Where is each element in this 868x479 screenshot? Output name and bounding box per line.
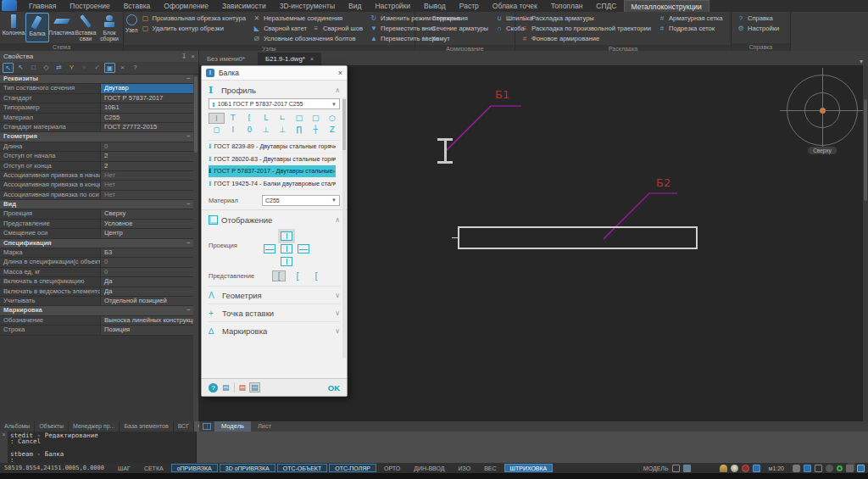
status-toggle[interactable]: ДИН-ВВОД	[408, 464, 450, 472]
ribbon-small-button[interactable]: ⚙Настройки	[737, 24, 779, 33]
status-toggle[interactable]: оПРИВЯЗКА	[171, 464, 218, 472]
ribbon-small-button[interactable]: ≡Сварной шов	[312, 24, 363, 33]
ribbon-small-button[interactable]: ✕Неразъемные соединения	[253, 14, 363, 23]
close-icon[interactable]: ×	[191, 53, 195, 60]
fullscreen-icon[interactable]	[857, 465, 865, 472]
ribbon-tab[interactable]: Построение	[63, 0, 116, 12]
property-row[interactable]: Реквизиты −	[0, 75, 193, 84]
ribbon-tab[interactable]: Вид	[342, 0, 368, 12]
tab-close-icon[interactable]: ×	[310, 55, 314, 63]
property-row[interactable]: Отступ от конца 2	[0, 162, 193, 171]
property-row[interactable]: Стандарт ГОСТ Р 57837-2017	[0, 94, 193, 103]
profile-shape-button[interactable]: T	[225, 113, 242, 124]
representation-full-icon[interactable]: [	[273, 271, 285, 281]
clear-selection-icon[interactable]: ×	[117, 63, 128, 73]
document-tab[interactable]: Без имени0*	[199, 53, 258, 65]
layout-grid-icon[interactable]	[203, 423, 211, 430]
representation-simplified-icon[interactable]: [	[292, 271, 303, 281]
ribbon-small-button[interactable]: ▢Удалить контур обрезки	[142, 24, 246, 33]
node-button[interactable]: Узел	[125, 13, 138, 44]
help-icon[interactable]: ?	[209, 383, 218, 393]
profile-combobox[interactable]: I 10Б1 ГОСТ Р 57837-2017 С255 ▼	[209, 98, 340, 109]
property-row[interactable]: Стандарт материала ГОСТ 27772-2015	[0, 123, 193, 132]
profile-shape-button[interactable]: ∏	[292, 125, 308, 136]
panel-tab[interactable]: База элементов	[120, 421, 173, 432]
chevron-up-icon[interactable]: ∧	[335, 216, 340, 224]
panel-tab[interactable]: Объекты	[35, 421, 69, 432]
ribbon-small-button[interactable]: ▢Произвольная обрезка контура	[142, 14, 246, 23]
ribbon-small-button[interactable]: ◣Сварной катет	[253, 24, 307, 33]
property-row[interactable]: Геометрия −	[0, 132, 193, 142]
panel-tab[interactable]: Альбомы	[0, 421, 35, 432]
projection-side-icon[interactable]	[281, 244, 292, 253]
document-tab[interactable]: Б21.9-1.dwg*×	[258, 53, 321, 65]
profile-shape-button[interactable]: ◻	[209, 125, 225, 136]
status-toggle[interactable]: ОТС-ОБЪЕКТ	[277, 464, 327, 472]
property-row[interactable]: Включать в ведомость элементов Да	[0, 287, 193, 297]
navigate-icon[interactable]	[826, 465, 833, 472]
expand-arrow-icon[interactable]: ▸	[334, 143, 336, 150]
ribbon-small-button[interactable]: ≡Раскладка арматуры	[520, 14, 651, 23]
pin-icon[interactable]: ↧	[181, 53, 187, 60]
ok-button[interactable]: OK	[328, 383, 340, 393]
property-row[interactable]: Учитывать Отдельной позицией	[0, 297, 193, 306]
annotation-scale-icon[interactable]	[720, 465, 727, 472]
command-window-titlebar[interactable]: ×	[0, 432, 8, 463]
ribbon-tab[interactable]: Топоплан	[544, 0, 590, 12]
property-row[interactable]: Спецификация −	[0, 239, 193, 248]
projection-front-icon[interactable]	[264, 244, 275, 253]
property-row[interactable]: Строка Позиция	[0, 326, 193, 335]
property-row[interactable]: Марка Б3	[0, 248, 193, 258]
beam-b1-section[interactable]	[437, 138, 453, 164]
screens-icon[interactable]	[846, 465, 854, 472]
ribbon-small-button[interactable]: ØУсловные обозначения болтов	[253, 34, 363, 43]
property-row[interactable]: Тип составного сечения Двутавр	[0, 84, 193, 93]
status-toggle[interactable]: ИЗО	[453, 464, 477, 472]
dialog-scrollbar[interactable]	[342, 97, 346, 358]
chevron-down-icon[interactable]: ∨	[335, 292, 340, 299]
ribbon-big-button[interactable]: Блок сборки	[97, 13, 121, 42]
notes-icon[interactable]: ▤	[222, 383, 230, 392]
pan-icon[interactable]	[793, 465, 800, 472]
compass-view-badge[interactable]: Сверху	[808, 147, 837, 154]
property-row[interactable]: Типоразмер 10Б1	[0, 103, 193, 113]
ribbon-tab[interactable]: Вставка	[117, 0, 158, 12]
expand-arrow-icon[interactable]: ▸	[334, 155, 336, 162]
canvas-scrollbar[interactable]	[863, 65, 868, 421]
ribbon-small-button[interactable]: ⌐Стержень	[420, 14, 488, 23]
property-row[interactable]: Маркировка −	[0, 306, 193, 315]
ribbon-tab[interactable]: Растр	[453, 0, 486, 12]
ribbon-big-button[interactable]: Пластина	[49, 13, 74, 42]
report-icon[interactable]: ▤	[239, 383, 247, 392]
properties-scrollbar[interactable]	[193, 75, 198, 421]
profile-shape-button[interactable]: ⊥	[259, 125, 275, 136]
property-row[interactable]: Смещение оси Центр	[0, 229, 193, 238]
tab-list[interactable]: Лист	[251, 421, 278, 432]
standard-list-item[interactable]: I ГОСТ 8239-89 - Двутавры стальные горяч…	[209, 141, 336, 153]
status-toggle[interactable]: ВЕС	[478, 464, 502, 472]
status-toggle[interactable]: ШАГ	[112, 464, 136, 472]
space-indicator[interactable]: МОДЕЛЬ	[643, 465, 669, 471]
profile-shape-button[interactable]: ∟	[275, 113, 291, 124]
material-combobox[interactable]: С255 ▼	[262, 195, 340, 206]
deselect-icon[interactable]: ✓	[92, 63, 103, 73]
chevron-up-icon[interactable]: ∧	[335, 86, 340, 94]
expand-arrow-icon[interactable]: ▸	[333, 168, 336, 175]
ribbon-tab[interactable]: 3D-инструменты	[273, 0, 342, 12]
standard-list-item[interactable]: I ГОСТ 19425-74 - Балки двутавровые стал…	[209, 178, 336, 191]
profile-shape-button[interactable]: [	[242, 113, 258, 124]
help-icon[interactable]: ?	[130, 63, 141, 73]
ribbon-big-button[interactable]: Вставка сваи	[74, 13, 97, 42]
ribbon-small-button[interactable]: ?Справка	[737, 14, 779, 23]
status-toggle[interactable]: 3D оПРИВЯЗКА	[220, 464, 275, 472]
ribbon-tab[interactable]: СПДС	[589, 0, 623, 12]
standard-list-item[interactable]: I ГОСТ Р 57837-2017 - Двутавры стальные …	[209, 165, 336, 178]
property-row[interactable]: Материал С255	[0, 114, 193, 123]
quick-select-icon[interactable]: ▣	[104, 63, 115, 73]
ribbon-small-button[interactable]: #Подрезка сеток	[658, 24, 723, 33]
profile-shape-button[interactable]: ┼	[308, 125, 324, 136]
lock-indicator-icon[interactable]	[742, 465, 749, 472]
ribbon-big-button[interactable]: Колонна	[2, 13, 25, 42]
profile-shape-button[interactable]: 0	[242, 125, 258, 136]
profile-shape-button[interactable]: Z	[325, 125, 341, 136]
